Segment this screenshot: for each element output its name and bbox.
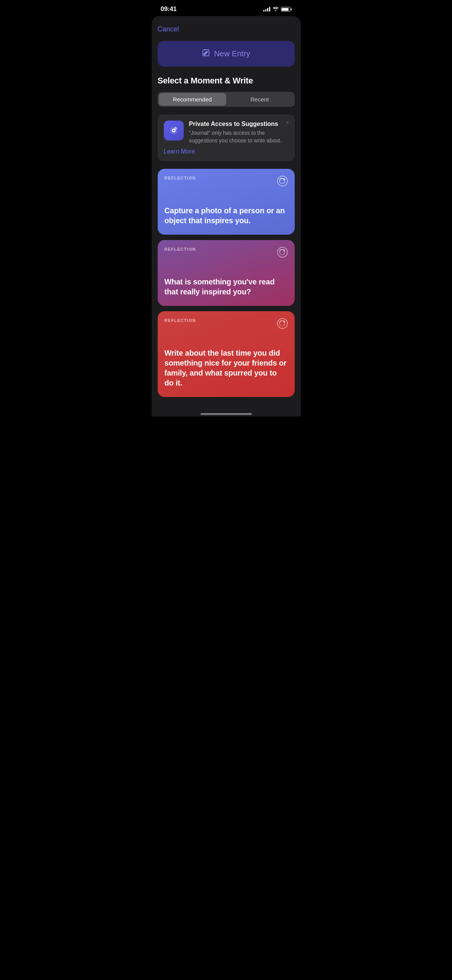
privacy-card: Private Access to Suggestions "Journal" …: [158, 114, 295, 161]
learn-more-button[interactable]: Learn More: [164, 144, 195, 155]
cancel-button[interactable]: Cancel: [158, 24, 179, 35]
home-bar: [201, 413, 252, 415]
reflection-card-1[interactable]: REFLECTION Capture a photo of a person o…: [158, 169, 295, 235]
card-type-2: REFLECTION: [165, 247, 196, 252]
reflection-card-2[interactable]: REFLECTION What is something you've read…: [158, 240, 295, 306]
battery-icon: [281, 7, 292, 11]
card-type-3: REFLECTION: [165, 318, 196, 323]
segment-control: Recommended Recent: [158, 92, 295, 107]
home-indicator: [152, 410, 301, 416]
refresh-button-3[interactable]: [277, 318, 288, 329]
privacy-desc: "Journal" only has access to the suggest…: [189, 129, 289, 144]
main-content: Cancel New Entry Select a Moment & Write…: [152, 16, 301, 410]
signal-icon: [263, 7, 270, 11]
privacy-title: Private Access to Suggestions: [189, 121, 289, 127]
card-prompt-2: What is something you've read that reall…: [165, 277, 288, 297]
new-entry-button[interactable]: New Entry: [158, 41, 295, 67]
status-bar: 09:41: [152, 0, 301, 16]
privacy-icon: [164, 121, 184, 140]
edit-icon: [202, 49, 210, 59]
wifi-icon: [273, 6, 279, 12]
card-prompt-1: Capture a photo of a person or an object…: [165, 206, 288, 225]
card-header-1: REFLECTION: [165, 176, 288, 186]
status-icons: [263, 6, 292, 12]
reflection-card-3[interactable]: REFLECTION Write about the last time you…: [158, 311, 295, 397]
card-type-1: REFLECTION: [165, 176, 196, 180]
privacy-text: Private Access to Suggestions "Journal" …: [189, 121, 289, 144]
refresh-button-1[interactable]: [277, 176, 288, 186]
card-prompt-3: Write about the last time you did someth…: [165, 348, 288, 388]
card-header-3: REFLECTION: [165, 318, 288, 329]
refresh-button-2[interactable]: [277, 247, 288, 258]
new-entry-label: New Entry: [214, 49, 250, 58]
segment-recent[interactable]: Recent: [226, 93, 294, 106]
section-title: Select a Moment & Write: [158, 76, 295, 86]
privacy-close-button[interactable]: ×: [286, 120, 289, 126]
segment-recommended[interactable]: Recommended: [159, 93, 226, 106]
privacy-card-header: Private Access to Suggestions "Journal" …: [164, 121, 289, 144]
card-header-2: REFLECTION: [165, 247, 288, 258]
status-time: 09:41: [161, 5, 177, 13]
